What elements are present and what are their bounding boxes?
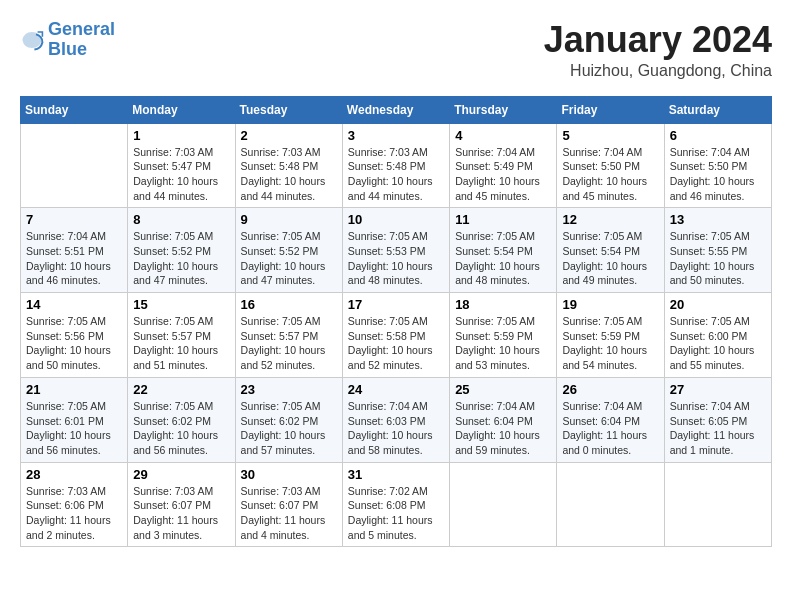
- day-info: Sunrise: 7:03 AM Sunset: 5:48 PM Dayligh…: [241, 145, 337, 204]
- day-number: 7: [26, 212, 122, 227]
- location-title: Huizhou, Guangdong, China: [544, 62, 772, 80]
- calendar-cell: 20Sunrise: 7:05 AM Sunset: 6:00 PM Dayli…: [664, 293, 771, 378]
- calendar-cell: [664, 462, 771, 547]
- calendar-week-5: 28Sunrise: 7:03 AM Sunset: 6:06 PM Dayli…: [21, 462, 772, 547]
- weekday-header-monday: Monday: [128, 96, 235, 123]
- calendar-cell: 31Sunrise: 7:02 AM Sunset: 6:08 PM Dayli…: [342, 462, 449, 547]
- day-info: Sunrise: 7:03 AM Sunset: 6:07 PM Dayligh…: [241, 484, 337, 543]
- day-number: 24: [348, 382, 444, 397]
- day-number: 16: [241, 297, 337, 312]
- calendar-cell: 7Sunrise: 7:04 AM Sunset: 5:51 PM Daylig…: [21, 208, 128, 293]
- calendar-week-3: 14Sunrise: 7:05 AM Sunset: 5:56 PM Dayli…: [21, 293, 772, 378]
- day-number: 3: [348, 128, 444, 143]
- calendar-cell: 22Sunrise: 7:05 AM Sunset: 6:02 PM Dayli…: [128, 377, 235, 462]
- calendar-week-1: 1Sunrise: 7:03 AM Sunset: 5:47 PM Daylig…: [21, 123, 772, 208]
- calendar-cell: 19Sunrise: 7:05 AM Sunset: 5:59 PM Dayli…: [557, 293, 664, 378]
- calendar-body: 1Sunrise: 7:03 AM Sunset: 5:47 PM Daylig…: [21, 123, 772, 547]
- day-number: 14: [26, 297, 122, 312]
- day-number: 6: [670, 128, 766, 143]
- day-number: 5: [562, 128, 658, 143]
- day-number: 23: [241, 382, 337, 397]
- day-info: Sunrise: 7:04 AM Sunset: 5:51 PM Dayligh…: [26, 229, 122, 288]
- calendar-cell: 23Sunrise: 7:05 AM Sunset: 6:02 PM Dayli…: [235, 377, 342, 462]
- weekday-header-saturday: Saturday: [664, 96, 771, 123]
- logo: General Blue: [20, 20, 115, 60]
- day-info: Sunrise: 7:04 AM Sunset: 6:05 PM Dayligh…: [670, 399, 766, 458]
- day-info: Sunrise: 7:04 AM Sunset: 6:04 PM Dayligh…: [562, 399, 658, 458]
- day-info: Sunrise: 7:04 AM Sunset: 6:04 PM Dayligh…: [455, 399, 551, 458]
- day-number: 22: [133, 382, 229, 397]
- calendar-cell: 24Sunrise: 7:04 AM Sunset: 6:03 PM Dayli…: [342, 377, 449, 462]
- day-number: 4: [455, 128, 551, 143]
- day-number: 28: [26, 467, 122, 482]
- day-info: Sunrise: 7:03 AM Sunset: 6:06 PM Dayligh…: [26, 484, 122, 543]
- day-info: Sunrise: 7:05 AM Sunset: 5:54 PM Dayligh…: [455, 229, 551, 288]
- day-number: 17: [348, 297, 444, 312]
- title-section: January 2024 Huizhou, Guangdong, China: [544, 20, 772, 80]
- day-info: Sunrise: 7:05 AM Sunset: 6:02 PM Dayligh…: [133, 399, 229, 458]
- calendar-cell: 25Sunrise: 7:04 AM Sunset: 6:04 PM Dayli…: [450, 377, 557, 462]
- calendar-cell: [557, 462, 664, 547]
- calendar-table: SundayMondayTuesdayWednesdayThursdayFrid…: [20, 96, 772, 548]
- calendar-cell: 10Sunrise: 7:05 AM Sunset: 5:53 PM Dayli…: [342, 208, 449, 293]
- day-number: 15: [133, 297, 229, 312]
- day-number: 13: [670, 212, 766, 227]
- page-header: General Blue January 2024 Huizhou, Guang…: [20, 20, 772, 80]
- weekday-header-friday: Friday: [557, 96, 664, 123]
- calendar-cell: 17Sunrise: 7:05 AM Sunset: 5:58 PM Dayli…: [342, 293, 449, 378]
- day-number: 9: [241, 212, 337, 227]
- calendar-cell: 2Sunrise: 7:03 AM Sunset: 5:48 PM Daylig…: [235, 123, 342, 208]
- month-title: January 2024: [544, 20, 772, 60]
- day-number: 10: [348, 212, 444, 227]
- weekday-header-sunday: Sunday: [21, 96, 128, 123]
- weekday-header-thursday: Thursday: [450, 96, 557, 123]
- calendar-cell: 8Sunrise: 7:05 AM Sunset: 5:52 PM Daylig…: [128, 208, 235, 293]
- day-number: 27: [670, 382, 766, 397]
- day-number: 30: [241, 467, 337, 482]
- calendar-cell: 14Sunrise: 7:05 AM Sunset: 5:56 PM Dayli…: [21, 293, 128, 378]
- weekday-header-tuesday: Tuesday: [235, 96, 342, 123]
- calendar-cell: 11Sunrise: 7:05 AM Sunset: 5:54 PM Dayli…: [450, 208, 557, 293]
- day-info: Sunrise: 7:05 AM Sunset: 6:02 PM Dayligh…: [241, 399, 337, 458]
- calendar-cell: 3Sunrise: 7:03 AM Sunset: 5:48 PM Daylig…: [342, 123, 449, 208]
- calendar-cell: 6Sunrise: 7:04 AM Sunset: 5:50 PM Daylig…: [664, 123, 771, 208]
- day-number: 31: [348, 467, 444, 482]
- day-info: Sunrise: 7:05 AM Sunset: 5:56 PM Dayligh…: [26, 314, 122, 373]
- calendar-week-4: 21Sunrise: 7:05 AM Sunset: 6:01 PM Dayli…: [21, 377, 772, 462]
- calendar-cell: 15Sunrise: 7:05 AM Sunset: 5:57 PM Dayli…: [128, 293, 235, 378]
- day-number: 2: [241, 128, 337, 143]
- calendar-cell: 27Sunrise: 7:04 AM Sunset: 6:05 PM Dayli…: [664, 377, 771, 462]
- day-info: Sunrise: 7:05 AM Sunset: 5:57 PM Dayligh…: [241, 314, 337, 373]
- weekday-header-row: SundayMondayTuesdayWednesdayThursdayFrid…: [21, 96, 772, 123]
- day-number: 12: [562, 212, 658, 227]
- day-info: Sunrise: 7:04 AM Sunset: 6:03 PM Dayligh…: [348, 399, 444, 458]
- day-info: Sunrise: 7:05 AM Sunset: 5:52 PM Dayligh…: [241, 229, 337, 288]
- calendar-cell: 1Sunrise: 7:03 AM Sunset: 5:47 PM Daylig…: [128, 123, 235, 208]
- calendar-header: SundayMondayTuesdayWednesdayThursdayFrid…: [21, 96, 772, 123]
- day-number: 19: [562, 297, 658, 312]
- day-info: Sunrise: 7:05 AM Sunset: 5:58 PM Dayligh…: [348, 314, 444, 373]
- logo-text: General Blue: [48, 20, 115, 60]
- calendar-cell: 13Sunrise: 7:05 AM Sunset: 5:55 PM Dayli…: [664, 208, 771, 293]
- day-info: Sunrise: 7:04 AM Sunset: 5:50 PM Dayligh…: [562, 145, 658, 204]
- calendar-cell: [21, 123, 128, 208]
- day-number: 18: [455, 297, 551, 312]
- day-info: Sunrise: 7:05 AM Sunset: 5:53 PM Dayligh…: [348, 229, 444, 288]
- calendar-cell: 30Sunrise: 7:03 AM Sunset: 6:07 PM Dayli…: [235, 462, 342, 547]
- calendar-cell: 12Sunrise: 7:05 AM Sunset: 5:54 PM Dayli…: [557, 208, 664, 293]
- day-info: Sunrise: 7:02 AM Sunset: 6:08 PM Dayligh…: [348, 484, 444, 543]
- calendar-cell: 5Sunrise: 7:04 AM Sunset: 5:50 PM Daylig…: [557, 123, 664, 208]
- day-info: Sunrise: 7:05 AM Sunset: 5:54 PM Dayligh…: [562, 229, 658, 288]
- day-info: Sunrise: 7:03 AM Sunset: 5:47 PM Dayligh…: [133, 145, 229, 204]
- day-number: 11: [455, 212, 551, 227]
- day-number: 20: [670, 297, 766, 312]
- day-number: 29: [133, 467, 229, 482]
- day-number: 25: [455, 382, 551, 397]
- day-info: Sunrise: 7:03 AM Sunset: 6:07 PM Dayligh…: [133, 484, 229, 543]
- day-info: Sunrise: 7:05 AM Sunset: 6:00 PM Dayligh…: [670, 314, 766, 373]
- day-info: Sunrise: 7:05 AM Sunset: 5:57 PM Dayligh…: [133, 314, 229, 373]
- calendar-cell: 29Sunrise: 7:03 AM Sunset: 6:07 PM Dayli…: [128, 462, 235, 547]
- day-info: Sunrise: 7:05 AM Sunset: 5:59 PM Dayligh…: [455, 314, 551, 373]
- day-info: Sunrise: 7:05 AM Sunset: 5:59 PM Dayligh…: [562, 314, 658, 373]
- day-number: 21: [26, 382, 122, 397]
